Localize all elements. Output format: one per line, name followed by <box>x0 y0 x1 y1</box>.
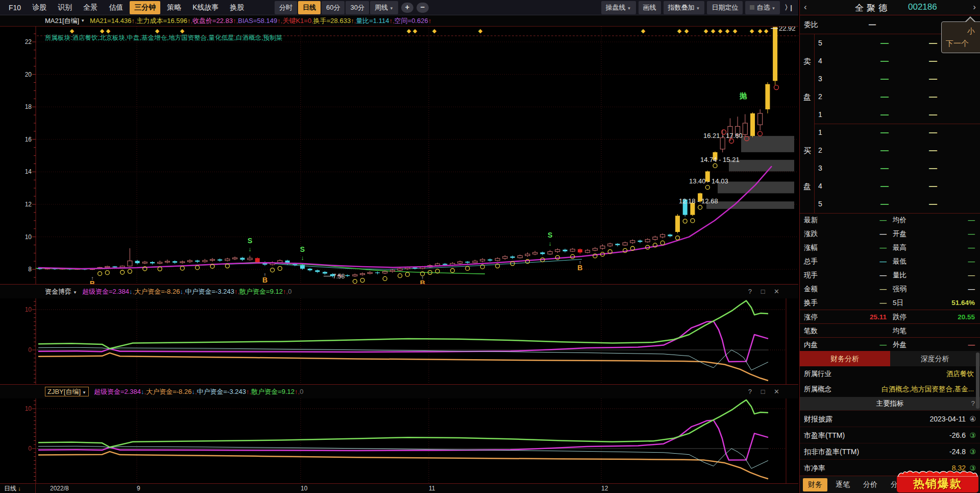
menu-item-估值[interactable]: 估值 <box>104 1 128 14</box>
timeframe-周线[interactable]: 周线▼ <box>370 1 398 14</box>
signal-circle-yellow <box>158 267 162 271</box>
tab-财务分析[interactable]: 财务分析 <box>800 351 890 366</box>
tool-指数叠加[interactable]: 指数叠加▼ <box>664 1 705 14</box>
indicator-name-dropdown[interactable]: ZJBY[自编]▼ <box>45 387 89 396</box>
help-icon[interactable]: ? <box>971 397 975 410</box>
collapse-panel-icon[interactable]: 〉| <box>782 2 793 13</box>
timeframe-日线[interactable]: 日线 <box>298 1 321 14</box>
metric-value: -26.6 <box>949 427 966 443</box>
candle-body <box>383 271 387 273</box>
stat-row: 现手—量比— <box>800 268 980 282</box>
analysis-tabs: 财务分析深度分析 <box>800 351 980 366</box>
price-dash: — <box>880 124 889 142</box>
signal-circle-yellow <box>105 271 109 275</box>
funds-panel1-chart[interactable]: 100 <box>0 298 798 384</box>
tool-自选[interactable]: 自选▼ <box>745 1 780 14</box>
timeframe-30分[interactable]: 30分 <box>346 1 369 14</box>
panel-window-icons[interactable]: ? □ ✕ <box>748 385 783 399</box>
stat-value: — <box>830 241 887 254</box>
stat-value: — <box>830 213 887 227</box>
concept-label: 所属概念 <box>804 382 831 397</box>
level-number: 2 <box>818 142 822 159</box>
candle-body <box>578 249 582 252</box>
menu-item-全景[interactable]: 全景 <box>79 1 102 14</box>
metric-rank-badge: ③ <box>969 443 976 460</box>
trend-arrow-icon: ↑ <box>428 17 432 25</box>
tool-画线[interactable]: 画线 <box>639 1 661 14</box>
tool-日期定位[interactable]: 日期定位 <box>707 1 743 14</box>
candle-body <box>623 243 627 245</box>
funds-line-大户资金 <box>38 353 768 381</box>
custom-list-icon <box>750 5 754 10</box>
indicator-name-dropdown[interactable]: 资金博弈▼ <box>45 288 77 295</box>
candle-body <box>585 250 590 252</box>
flame-decoration-icon <box>897 469 978 477</box>
timeframe-60分[interactable]: 60分 <box>322 1 345 14</box>
signal-circle-yellow <box>398 274 402 278</box>
menu-item-识别[interactable]: 识别 <box>53 1 77 14</box>
prev-stock-icon[interactable]: ‹ <box>804 2 807 12</box>
candle-body <box>525 254 530 255</box>
stat-value: 51.64% <box>951 296 975 310</box>
menu-item-三分钟[interactable]: 三分钟 <box>130 1 160 14</box>
concept-value[interactable]: 白酒概念,地方国资整合,基金... <box>881 382 974 397</box>
sidebar-scrollbar-thumb[interactable] <box>976 353 979 409</box>
bottom-tab-分价[interactable]: 分价 <box>858 478 883 491</box>
bottom-tab-财务[interactable]: 财务 <box>803 478 827 491</box>
x-axis-label: 11 <box>429 485 435 492</box>
candle-body <box>615 244 620 245</box>
chart-text: ↓ <box>301 254 304 262</box>
candle-body <box>113 266 117 267</box>
menu-item-K线故事[interactable]: K线故事 <box>188 1 223 14</box>
indicator-name-dropdown[interactable]: MA21[自编]▼ <box>45 17 85 25</box>
chart-text: 0 <box>28 346 32 354</box>
metrics-list: 财报披露2023-04-11④市盈率(TTM)-26.6③扣非市盈率(TTM)-… <box>800 410 980 476</box>
tab-深度分析[interactable]: 深度分析 <box>890 351 980 366</box>
promo-badge[interactable]: 热销爆款 <box>897 475 978 492</box>
candle-body <box>135 261 140 263</box>
chart-text: ◆ <box>106 28 111 34</box>
chart-text: ↑ <box>264 272 266 277</box>
chart-text: 10 <box>25 233 32 241</box>
candle-body <box>188 261 192 262</box>
chart-text: ↑ <box>579 260 581 265</box>
menu-item-换股[interactable]: 换股 <box>225 1 249 14</box>
candle-body <box>398 269 402 270</box>
buy-row: 3—— <box>814 159 980 177</box>
candle-body <box>630 241 635 243</box>
menu-item-F10[interactable]: F10 <box>4 2 26 14</box>
main-kline-chart[interactable]: 222018161412108所属板块:酒店餐饮,北京板块,中盘,基金增仓,地方… <box>0 27 798 284</box>
volume-dash: — <box>929 159 937 177</box>
candle-body <box>368 272 372 273</box>
chart-text: 12 <box>25 201 32 208</box>
candle-body <box>105 266 110 267</box>
signal-circle-yellow <box>451 269 455 273</box>
stock-name: 全聚德 <box>855 2 890 14</box>
zoom-in-button[interactable]: + <box>401 3 413 13</box>
menu-item-策略[interactable]: 策略 <box>162 1 186 14</box>
next-stock-icon[interactable]: › <box>973 2 976 12</box>
timeframe-分时[interactable]: 分时 <box>275 1 297 14</box>
stat-value: — <box>830 338 887 351</box>
metric-label: 市盈率(TTM) <box>804 427 845 443</box>
panel-window-icons[interactable]: ? □ ✕ <box>748 285 783 299</box>
tooltip-line1: 小 <box>946 25 980 37</box>
stat-value: 20.55 <box>958 310 975 324</box>
level-number: 2 <box>818 88 822 106</box>
funds-panel2-chart[interactable]: 100 <box>0 398 798 483</box>
chart-text: ◆ <box>155 28 160 34</box>
menu-item-诊股[interactable]: 诊股 <box>28 1 51 14</box>
price-dash: — <box>880 88 889 106</box>
period-selector[interactable]: 日线 ↓ <box>0 484 36 493</box>
zoom-out-button[interactable]: − <box>416 3 429 13</box>
signal-circle-yellow <box>128 269 132 273</box>
indicator-value: BIAS=58.149 <box>238 17 277 25</box>
industry-value[interactable]: 酒店餐饮 <box>946 366 974 382</box>
bottom-tab-逐笔[interactable]: 逐笔 <box>830 478 855 491</box>
tool-操盘线[interactable]: 操盘线▼ <box>601 1 636 14</box>
candle-body <box>548 252 552 254</box>
chart-text: 16 <box>25 136 32 143</box>
chart-text: 7.58 <box>333 273 345 280</box>
chart-text: S <box>300 245 305 253</box>
stock-code: 002186 <box>908 2 937 12</box>
